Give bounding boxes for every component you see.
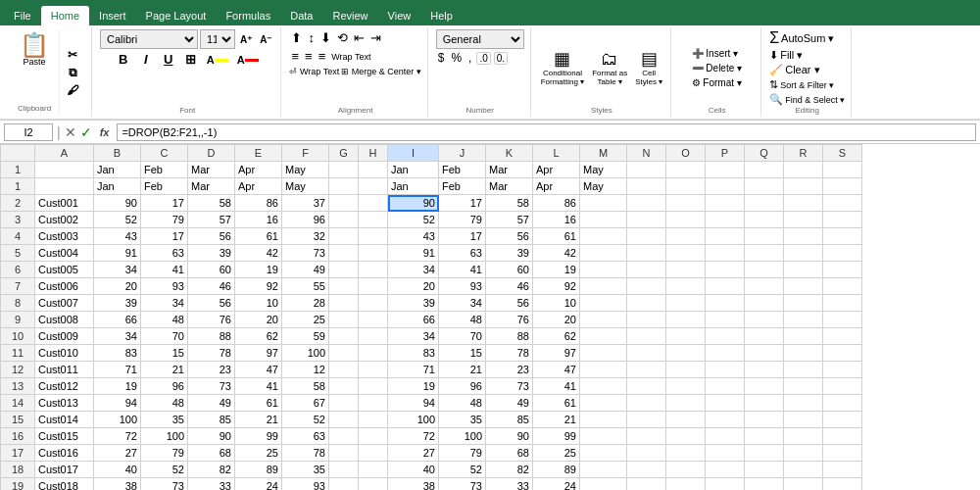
cell-K5[interactable]: 39 (486, 245, 533, 262)
cell-styles-button[interactable]: ▤ CellStyles ▾ (633, 46, 664, 89)
cell-I10[interactable]: 34 (388, 328, 439, 345)
cell-E1[interactable]: Apr (235, 178, 282, 195)
cell-J13[interactable]: 96 (439, 378, 486, 395)
cell-H6[interactable] (359, 262, 388, 278)
tab-home[interactable]: Home (41, 6, 89, 25)
cell-A10[interactable]: Cust009 (35, 328, 94, 345)
cell-P7[interactable] (706, 278, 745, 295)
font-name-select[interactable]: Calibri (100, 29, 198, 49)
cell-O3[interactable] (666, 212, 706, 228)
cell-C5[interactable]: 63 (141, 245, 188, 262)
cell-F5[interactable]: 73 (282, 245, 329, 262)
cell-R9[interactable] (784, 312, 823, 328)
cell-S15[interactable] (823, 412, 862, 428)
cell-O1[interactable] (666, 178, 706, 195)
cell-I19[interactable]: 38 (388, 478, 439, 491)
cell-E7[interactable]: 92 (235, 278, 282, 295)
cell-C17[interactable]: 79 (141, 445, 188, 462)
tab-insert[interactable]: Insert (89, 6, 136, 25)
cell-S17[interactable] (823, 445, 862, 462)
cell-E2[interactable]: 86 (235, 195, 282, 212)
underline-button[interactable]: U (159, 51, 178, 68)
cell-R5[interactable] (784, 245, 823, 262)
col-header-A[interactable]: A (35, 145, 94, 162)
col-header-B[interactable]: B (94, 145, 141, 162)
cell-I7[interactable]: 20 (388, 278, 439, 295)
align-bottom-button[interactable]: ⬇ (318, 29, 333, 46)
cell-R7[interactable] (784, 278, 823, 295)
cell-R19[interactable] (784, 478, 823, 491)
cell-Q4[interactable] (745, 228, 784, 245)
cell-G3[interactable] (329, 212, 359, 228)
cell-N14[interactable] (627, 395, 666, 412)
cell-J4[interactable]: 17 (439, 228, 486, 245)
cell-B12[interactable]: 71 (94, 362, 141, 378)
cross-button[interactable]: ✕ (65, 124, 76, 140)
col-header-H[interactable]: H (359, 145, 388, 162)
cell-I13[interactable]: 19 (388, 378, 439, 395)
cell-A13[interactable]: Cust012 (35, 378, 94, 395)
cell-C9[interactable]: 48 (141, 312, 188, 328)
formula-input[interactable] (117, 123, 976, 141)
cell-N19[interactable] (627, 478, 666, 491)
cell-J2[interactable]: 17 (439, 195, 486, 212)
bold-button[interactable]: B (114, 51, 133, 68)
cell-L12[interactable]: 47 (533, 362, 580, 378)
cell-L13[interactable]: 41 (533, 378, 580, 395)
col-header-L[interactable]: L (533, 145, 580, 162)
decrease-decimal-button[interactable]: 0. (494, 52, 508, 65)
cell-E9[interactable]: 20 (235, 312, 282, 328)
cell-J15[interactable]: 35 (439, 412, 486, 428)
cell-A3[interactable]: Cust002 (35, 212, 94, 228)
format-as-table-button[interactable]: 🗂 Format asTable ▾ (590, 47, 629, 89)
comma-button[interactable]: , (466, 51, 473, 65)
number-format-select[interactable]: General (436, 29, 524, 49)
cell-E17[interactable]: 25 (235, 445, 282, 462)
cell-M16[interactable] (580, 428, 627, 445)
cell-I4[interactable]: 43 (388, 228, 439, 245)
cell-P2[interactable] (706, 195, 745, 212)
cell-A2[interactable]: Cust001 (35, 195, 94, 212)
cell-L1[interactable]: Apr (533, 178, 580, 195)
cell-M8[interactable] (580, 295, 627, 312)
cell-D15[interactable]: 85 (188, 412, 235, 428)
cell-R11[interactable] (784, 345, 823, 362)
cell-O15[interactable] (666, 412, 706, 428)
cell-G6[interactable] (329, 262, 359, 278)
cell-I11[interactable]: 83 (388, 345, 439, 362)
cell-Q19[interactable] (745, 478, 784, 491)
cell-E8[interactable]: 10 (235, 295, 282, 312)
cell-I5[interactable]: 91 (388, 245, 439, 262)
cell-B15[interactable]: 100 (94, 412, 141, 428)
cell-P1[interactable] (706, 162, 745, 178)
cell-O17[interactable] (666, 445, 706, 462)
cell-E10[interactable]: 62 (235, 328, 282, 345)
cell-O19[interactable] (666, 478, 706, 491)
cell-N6[interactable] (627, 262, 666, 278)
cell-K9[interactable]: 76 (486, 312, 533, 328)
cell-F16[interactable]: 63 (282, 428, 329, 445)
cell-K14[interactable]: 49 (486, 395, 533, 412)
cell-N4[interactable] (627, 228, 666, 245)
cell-P4[interactable] (706, 228, 745, 245)
cell-L11[interactable]: 97 (533, 345, 580, 362)
cell-F13[interactable]: 58 (282, 378, 329, 395)
cell-M19[interactable] (580, 478, 627, 491)
cell-L5[interactable]: 42 (533, 245, 580, 262)
cell-R6[interactable] (784, 262, 823, 278)
cell-A15[interactable]: Cust014 (35, 412, 94, 428)
cell-D9[interactable]: 76 (188, 312, 235, 328)
sort-filter-button[interactable]: ⇅Sort & Filter ▾ (769, 78, 845, 91)
font-color-button[interactable]: A (234, 53, 262, 67)
cell-A11[interactable]: Cust010 (35, 345, 94, 362)
cell-L14[interactable]: 61 (533, 395, 580, 412)
cell-C1[interactable]: Feb (141, 178, 188, 195)
cell-L4[interactable]: 61 (533, 228, 580, 245)
cell-Q14[interactable] (745, 395, 784, 412)
cell-C13[interactable]: 96 (141, 378, 188, 395)
cell-A4[interactable]: Cust003 (35, 228, 94, 245)
cell-S10[interactable] (823, 328, 862, 345)
cell-D11[interactable]: 78 (188, 345, 235, 362)
cell-M18[interactable] (580, 462, 627, 478)
cell-O2[interactable] (666, 195, 706, 212)
